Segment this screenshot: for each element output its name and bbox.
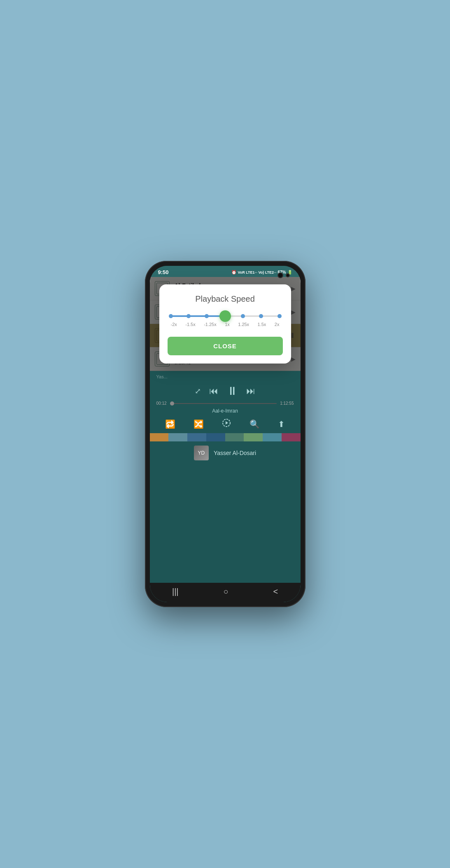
share-icon[interactable]: ⬆ [278, 419, 285, 429]
back-btn[interactable]: < [273, 587, 278, 596]
player-reciter-top-row: Yas... [150, 371, 301, 382]
slider-thumb[interactable] [219, 310, 231, 322]
player-action-row[interactable]: 🔁 🔀 🔍 ⬆ [150, 415, 301, 433]
skip-next-icon[interactable]: ⏭ [246, 386, 255, 396]
reciter-card: YD Yasser Al-Dosari [150, 441, 301, 464]
surah-list: 1 Al-Fatihah 00:52 الفاتحة ▶ 2 Al-Baqara… [150, 277, 301, 371]
slider-dot-0 [169, 314, 173, 318]
speed-label-125: 1.25x [238, 322, 249, 327]
current-time: 00:12 [156, 401, 167, 406]
reciter-name-top: Yas... [156, 374, 168, 379]
color-strip-4 [206, 433, 225, 441]
color-strip-8 [282, 433, 301, 441]
signal-info: VoR LTE1◦◦ Vo) LTE2◦◦ [238, 270, 276, 274]
speed-icon[interactable] [222, 418, 231, 430]
color-strip-1 [150, 433, 169, 441]
skip-prev-icon[interactable]: ⏮ [209, 386, 218, 396]
svg-marker-1 [226, 421, 228, 425]
player-progress[interactable]: 00:12 1:12:55 [150, 399, 301, 407]
speed-label-minus15: -1.5x [185, 322, 195, 327]
phone-screen: 9:50 ⏰ VoR LTE1◦◦ Vo) LTE2◦◦ 67% 🔋 1 Al-… [150, 266, 301, 602]
color-strip-5 [225, 433, 244, 441]
slider-dot-5 [259, 314, 263, 318]
shuffle-icon-2[interactable]: 🔀 [194, 419, 204, 429]
color-strips [150, 433, 301, 441]
camera-lens-2 [286, 273, 290, 277]
speed-label-minus125: -1.25x [204, 322, 217, 327]
reciter-avatar-initials: YD [198, 450, 205, 456]
play-pause-icon[interactable]: ⏸ [226, 384, 238, 398]
speed-label-1x: 1x [225, 322, 230, 327]
progress-bar[interactable] [170, 403, 277, 404]
color-strip-2 [168, 433, 187, 441]
reciter-avatar-image: YD [194, 446, 209, 460]
reciter-full-name: Yasser Al-Dosari [214, 450, 256, 456]
player-track-name: Aal-e-Imran [150, 407, 301, 415]
repeat-icon[interactable]: 🔁 [165, 419, 175, 429]
slider-track-fill [171, 315, 227, 317]
color-strip-6 [244, 433, 263, 441]
color-strip-3 [187, 433, 206, 441]
speed-label-minus2: -2x [171, 322, 177, 327]
color-strip-7 [263, 433, 282, 441]
slider-dot-4 [241, 314, 245, 318]
close-button[interactable]: CLOSE [168, 337, 283, 355]
playback-speed-modal: Playback Speed [159, 284, 291, 364]
slider-container[interactable]: -2x -1.5x -1.25x 1x 1.25x 1.5x 2x [168, 315, 283, 327]
modal-title: Playback Speed [168, 294, 283, 304]
player-controls-row[interactable]: ⤢ ⏮ ⏸ ⏭ [150, 382, 301, 399]
total-time: 1:12:55 [280, 401, 294, 406]
speed-label-15: 1.5x [258, 322, 266, 327]
camera-lens-1 [277, 272, 283, 278]
nav-bar: ||| ○ < [150, 583, 301, 602]
reciter-avatar: YD [194, 446, 209, 460]
slider-track[interactable] [171, 315, 280, 317]
home-btn[interactable]: ○ [223, 587, 228, 596]
slider-dot-2 [205, 314, 209, 318]
modal-backdrop: Playback Speed [150, 277, 301, 371]
speed-label-2x: 2x [275, 322, 280, 327]
slider-labels: -2x -1.5x -1.25x 1x 1.25x 1.5x 2x [171, 322, 280, 327]
player-area: Yas... ⤢ ⏮ ⏸ ⏭ 00:12 1:12:55 Aal-e-Imran [150, 371, 301, 583]
phone-frame: 9:50 ⏰ VoR LTE1◦◦ Vo) LTE2◦◦ 67% 🔋 1 Al-… [145, 261, 305, 607]
status-time: 9:50 [158, 269, 169, 275]
slider-dot-6 [277, 314, 282, 318]
search-icon[interactable]: 🔍 [249, 419, 260, 429]
alarm-icon: ⏰ [231, 270, 236, 274]
shuffle-icon[interactable]: ⤢ [195, 387, 201, 396]
slider-dot-1 [187, 314, 191, 318]
recent-apps-btn[interactable]: ||| [172, 587, 179, 596]
camera-area [277, 272, 290, 278]
